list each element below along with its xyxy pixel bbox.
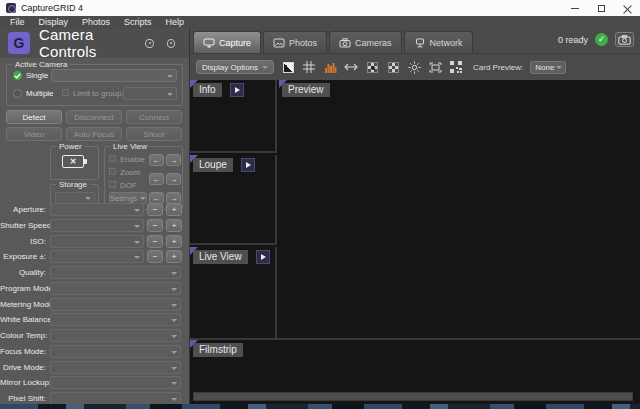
tab-capture[interactable]: Capture <box>193 31 261 53</box>
mirror-lockup-label: Mirror Lockup: <box>0 378 46 387</box>
filmstrip-panel: Filmstrip <box>190 338 640 404</box>
live-view-left-button-2[interactable]: ← <box>149 173 164 185</box>
metering-mode-select[interactable] <box>50 298 181 311</box>
colour-temp-select[interactable] <box>50 329 181 342</box>
live-view-zoom-checkbox[interactable] <box>109 168 116 175</box>
info-panel: Info <box>190 80 277 153</box>
live-view-right-button-1[interactable]: → <box>166 154 181 166</box>
menu-photos[interactable]: Photos <box>75 16 117 28</box>
aperture-increment-button[interactable]: + <box>166 203 182 216</box>
card-preview-label: Card Preview: <box>473 63 523 72</box>
metering-mode-label: Metering Mode: <box>0 300 46 309</box>
iso-increment-button[interactable]: + <box>166 235 182 248</box>
menu-file[interactable]: File <box>3 16 32 28</box>
exposure-select[interactable] <box>50 250 144 263</box>
aperture-decrement-button[interactable]: − <box>147 203 163 216</box>
app-icon <box>6 3 16 13</box>
live-view-dof-checkbox[interactable] <box>109 181 116 188</box>
play-icon <box>246 162 251 168</box>
tab-capture-label: Capture <box>219 38 251 48</box>
multiple-radio[interactable] <box>13 89 22 98</box>
panel-target-icon[interactable] <box>145 39 153 48</box>
limit-to-group-checkbox[interactable] <box>62 89 69 96</box>
menu-scripts[interactable]: Scripts <box>117 16 159 28</box>
property-row-metering-mode: Metering Mode: <box>0 298 190 311</box>
info-panel-title: Info <box>193 83 222 97</box>
aperture-select[interactable] <box>50 203 144 216</box>
close-button[interactable] <box>614 0 640 16</box>
camera-icon <box>618 35 631 45</box>
disconnect-button[interactable]: Disconnect <box>66 110 122 124</box>
mirror-lockup-select[interactable] <box>50 376 181 389</box>
shutter-speed-select[interactable] <box>50 219 144 232</box>
info-play-button[interactable] <box>230 83 244 97</box>
chevron-down-icon <box>171 398 177 401</box>
program-mode-select[interactable] <box>50 282 181 295</box>
exposure-decrement-button[interactable]: − <box>147 250 163 263</box>
status-bar: 0 ready ✓ <box>558 32 634 47</box>
camera-icon <box>339 38 351 48</box>
tab-network[interactable]: Network <box>404 31 473 53</box>
quality-select[interactable] <box>50 266 181 279</box>
barcode-icon[interactable] <box>449 60 463 74</box>
live-view-enable-checkbox[interactable] <box>109 155 116 162</box>
live-view-right-button-2[interactable]: → <box>166 173 181 185</box>
fit-width-icon[interactable] <box>344 60 358 74</box>
live-view-left-button-1[interactable]: ← <box>149 154 164 166</box>
chevron-down-icon <box>262 66 268 69</box>
chevron-down-icon <box>85 197 91 200</box>
grid-overlay-icon[interactable] <box>302 60 316 74</box>
crop-frame-icon[interactable] <box>428 60 442 74</box>
loupe-play-button[interactable] <box>241 158 255 172</box>
tab-bar: Capture Photos Cameras Network 0 ready ✓ <box>190 28 640 54</box>
storage-legend: Storage <box>56 180 90 189</box>
ready-check-icon: ✓ <box>595 33 608 46</box>
panel-options-icon[interactable] <box>167 39 175 48</box>
white-balance-select[interactable] <box>50 313 181 326</box>
histogram-icon[interactable] <box>323 60 337 74</box>
shoot-all-button[interactable] <box>615 32 634 47</box>
single-radio[interactable] <box>13 71 22 80</box>
highlight-clipping-icon[interactable] <box>365 60 379 74</box>
tab-photos[interactable]: Photos <box>263 31 327 53</box>
single-label: Single <box>26 71 48 80</box>
iso-select[interactable] <box>50 235 144 248</box>
zoom-label: Zoom <box>120 168 140 177</box>
focus-mode-select[interactable] <box>50 345 181 358</box>
group-select[interactable] <box>123 87 177 100</box>
pixel-shift-select[interactable] <box>50 392 181 404</box>
display-options-button[interactable]: Display Options <box>196 60 274 74</box>
shoot-button[interactable]: Shoot <box>126 127 182 141</box>
capture-main-area: Info Loupe Live View <box>190 80 640 404</box>
live-view-play-button[interactable] <box>256 250 270 264</box>
maximize-button[interactable] <box>588 0 614 16</box>
battery-icon: ✕ <box>62 155 84 168</box>
detect-button[interactable]: Detect <box>6 110 62 124</box>
tab-cameras[interactable]: Cameras <box>329 31 402 53</box>
minimize-button[interactable] <box>562 0 588 16</box>
filmstrip-scrollbar[interactable] <box>193 392 633 401</box>
card-preview-select[interactable]: None <box>530 61 566 74</box>
minimize-icon <box>571 8 579 9</box>
video-button[interactable]: Video <box>6 127 62 141</box>
shutter-speed-increment-button[interactable]: + <box>166 219 182 232</box>
contrast-icon[interactable] <box>281 60 295 74</box>
single-camera-select[interactable] <box>51 69 177 82</box>
exposure-increment-button[interactable]: + <box>166 250 182 263</box>
menu-display[interactable]: Display <box>32 16 76 28</box>
connect-button[interactable]: Connect <box>126 110 182 124</box>
shutter-speed-decrement-button[interactable]: − <box>147 219 163 232</box>
exposure-label: Exposure ±: <box>0 252 46 261</box>
play-icon <box>235 87 240 93</box>
title-bar: CaptureGRID 4 <box>0 0 640 16</box>
iso-decrement-button[interactable]: − <box>147 235 163 248</box>
live-view-group: Live View Enable Zoom DOF Settings ← → ←… <box>104 146 183 210</box>
menu-help[interactable]: Help <box>159 16 192 28</box>
auto-focus-button[interactable]: Auto Focus <box>66 127 122 141</box>
preview-panel-title: Preview <box>282 83 330 97</box>
brightness-icon[interactable] <box>407 60 421 74</box>
drive-mode-select[interactable] <box>50 361 181 374</box>
white-balance-label: White Balance: <box>0 315 46 324</box>
shadow-clipping-icon[interactable] <box>386 60 400 74</box>
display-options-label: Display Options <box>202 63 258 72</box>
